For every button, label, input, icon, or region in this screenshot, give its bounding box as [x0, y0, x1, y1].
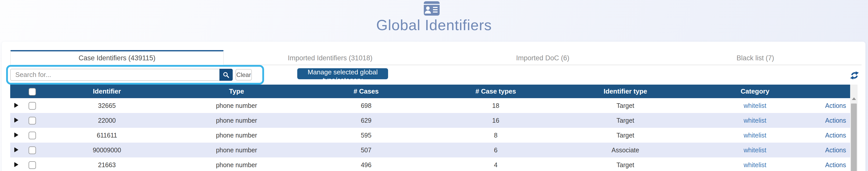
clear-button[interactable]: Clear [236, 69, 252, 81]
manage-type-category-button[interactable]: Manage selected global type/category [297, 68, 388, 79]
cell-identifier: 21663 [42, 158, 172, 171]
checkbox-cell [23, 113, 42, 128]
category-link[interactable]: whitelist [744, 102, 767, 109]
row-checkbox[interactable] [29, 161, 36, 169]
cell-identifier: 611611 [42, 128, 172, 143]
row-expand-arrow-icon[interactable] [14, 118, 19, 123]
category-link[interactable]: whitelist [744, 161, 767, 168]
column-header: Type [172, 85, 301, 98]
row-expand-arrow-icon[interactable] [14, 133, 19, 138]
cell-identifier_type: Associate [561, 143, 690, 158]
column-header: Identifier type [561, 85, 690, 98]
category-link[interactable]: whitelist [744, 132, 767, 139]
category-link[interactable]: whitelist [744, 117, 767, 124]
cell-actions: Actions [820, 98, 851, 113]
cell-identifier_type: Target [561, 98, 690, 113]
tab-case-identifiers[interactable]: Case Identifiers (439115) [10, 50, 224, 65]
table-row: 90009000phone number5076Associatewhiteli… [10, 143, 851, 158]
row-expand-arrow-icon[interactable] [14, 162, 19, 167]
cell-case_types: 4 [431, 158, 561, 171]
column-header: # Cases [301, 85, 431, 98]
cell-category: whitelist [690, 158, 820, 171]
actions-link[interactable]: Actions [825, 102, 846, 109]
cell-category: whitelist [690, 113, 820, 128]
table-row: 21663phone number4964TargetwhitelistActi… [10, 158, 851, 171]
cell-type: phone number [172, 128, 301, 143]
expander-cell [10, 113, 23, 128]
cell-cases: 629 [301, 113, 431, 128]
tab-imported-doc[interactable]: Imported DoC (6) [437, 50, 649, 65]
identifiers-table: IdentifierType# Cases# Case typesIdentif… [10, 85, 851, 171]
checkbox-cell [23, 98, 42, 113]
cell-case_types: 6 [431, 143, 561, 158]
table-row: 32665phone number69818TargetwhitelistAct… [10, 98, 851, 113]
row-checkbox[interactable] [29, 102, 36, 110]
global-identifiers-page: Global Identifiers Case Identifiers (439… [0, 0, 868, 171]
page-title: Global Identifiers [0, 17, 868, 33]
cell-identifier: 22000 [42, 113, 172, 128]
actions-link[interactable]: Actions [825, 117, 846, 124]
table-header-row: IdentifierType# Cases# Case typesIdentif… [10, 85, 851, 98]
tab-imported-identifiers[interactable]: Imported Identifiers (31018) [224, 50, 436, 65]
checkbox-cell [23, 158, 42, 171]
cell-actions: Actions [820, 113, 851, 128]
cell-type: phone number [172, 143, 301, 158]
cell-cases: 698 [301, 98, 431, 113]
cell-category: whitelist [690, 143, 820, 158]
category-link[interactable]: whitelist [744, 146, 767, 153]
address-card-icon [424, 1, 440, 16]
row-checkbox[interactable] [29, 132, 36, 139]
table-row: 611611phone number5958TargetwhitelistAct… [10, 128, 851, 143]
cell-category: whitelist [690, 98, 820, 113]
search-button[interactable] [219, 69, 233, 81]
checkbox-cell [23, 128, 42, 143]
cell-identifier: 90009000 [42, 143, 172, 158]
cell-type: phone number [172, 158, 301, 171]
row-expand-arrow-icon[interactable] [14, 103, 19, 108]
row-expand-arrow-icon[interactable] [14, 147, 19, 152]
cell-cases: 595 [301, 128, 431, 143]
row-checkbox[interactable] [29, 117, 36, 124]
column-header: Identifier [42, 85, 172, 98]
row-checkbox[interactable] [29, 146, 36, 154]
cell-cases: 507 [301, 143, 431, 158]
column-header: Category [690, 85, 820, 98]
cell-category: whitelist [690, 128, 820, 143]
expander-cell [10, 143, 23, 158]
scrollbar-thumb[interactable] [851, 104, 857, 171]
cell-case_types: 18 [431, 98, 561, 113]
cell-identifier_type: Target [561, 158, 690, 171]
cell-cases: 496 [301, 158, 431, 171]
search-input[interactable] [10, 69, 219, 81]
cell-case_types: 8 [431, 128, 561, 143]
header-checkbox-cell [23, 85, 42, 98]
expander-cell [10, 98, 23, 113]
column-header: # Case types [431, 85, 561, 98]
actions-link[interactable]: Actions [825, 161, 846, 168]
cell-actions: Actions [820, 158, 851, 171]
magnifier-icon [222, 71, 229, 79]
select-all-checkbox[interactable] [29, 88, 36, 95]
cell-actions: Actions [820, 128, 851, 143]
checkbox-cell [23, 143, 42, 158]
cell-case_types: 16 [431, 113, 561, 128]
table-row: 22000phone number62916TargetwhitelistAct… [10, 113, 851, 128]
cell-type: phone number [172, 98, 301, 113]
scrollbar-up-arrow-icon[interactable] [852, 97, 856, 100]
table-scrollbar[interactable] [850, 85, 858, 171]
header-actions-cell [820, 85, 851, 98]
tab-black-list[interactable]: Black list (7) [649, 50, 862, 65]
expander-cell [10, 158, 23, 171]
cell-identifier_type: Target [561, 113, 690, 128]
cell-actions: Actions [820, 143, 851, 158]
tab-bar: Case Identifiers (439115)Imported Identi… [10, 50, 862, 65]
content-card: Case Identifiers (439115)Imported Identi… [2, 42, 865, 171]
header-expander-cell [10, 85, 23, 98]
cell-identifier_type: Target [561, 128, 690, 143]
search-highlight-box: Clear [6, 65, 264, 85]
cell-identifier: 32665 [42, 98, 172, 113]
actions-link[interactable]: Actions [825, 132, 846, 139]
actions-link[interactable]: Actions [825, 146, 846, 153]
cell-type: phone number [172, 113, 301, 128]
refresh-icon[interactable] [850, 71, 859, 80]
